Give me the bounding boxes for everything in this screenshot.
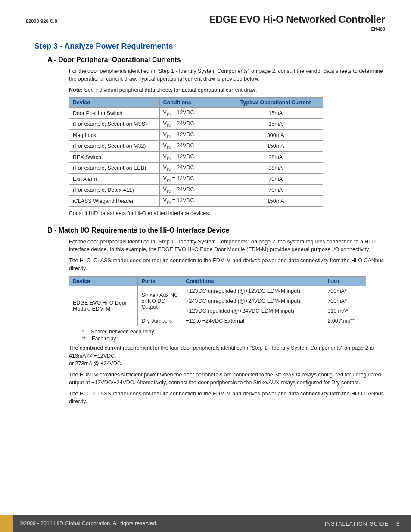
table-b: Device Ports Conditions I OUT EDGE EVO H… bbox=[69, 276, 366, 326]
table-a-condition: VIN = 12VDC bbox=[159, 130, 228, 141]
footer-bar: ©2009 - 2011 HID Global Corporation. All… bbox=[13, 515, 411, 532]
table-a-current: 150mA bbox=[228, 196, 323, 207]
header-row: 82000-920 C.0 EDGE EVO Hi-O Networked Co… bbox=[26, 14, 385, 25]
document-subtitle: EH400 bbox=[26, 26, 385, 31]
table-a-row: Mag LockVIN = 12VDC300mA bbox=[69, 130, 323, 141]
table-b-iout: 700mA* bbox=[324, 296, 366, 306]
table-b-h4: I OUT bbox=[324, 276, 366, 286]
section-a-paragraph-1: For the door peripherals identified in "… bbox=[69, 67, 385, 83]
table-a-current: 15mA bbox=[228, 118, 323, 130]
footer-right: INSTALLATION GUIDE 3 bbox=[325, 520, 400, 527]
table-a-device: Mag Lock bbox=[69, 130, 160, 141]
note-label: Note: bbox=[69, 87, 83, 93]
table-b-header-row: Device Ports Conditions I OUT bbox=[69, 276, 366, 286]
table-a-condition: VIN = 12VDC bbox=[159, 196, 228, 207]
table-b-cond: +12VDC regulated (@+24VDC EDM-M input) bbox=[182, 306, 324, 316]
table-b-iout: 700mA* bbox=[324, 286, 366, 296]
table-b-h1: Device bbox=[69, 276, 138, 286]
section-b-heading: B - Match I/O Requirements to the Hi-O I… bbox=[47, 227, 385, 234]
table-b-device: EDGE EVO Hi-O Door Module EDM-M bbox=[69, 286, 138, 326]
table-a-device: (For example, Detex 411) bbox=[69, 184, 160, 196]
section-a-after: Consult HID datasheets for Hi-O enabled … bbox=[69, 209, 385, 217]
step-heading: Step 3 - Analyze Power Requirements bbox=[34, 42, 385, 51]
table-a-row: iCLASS Wiegand ReaderVIN = 12VDC150mA bbox=[69, 196, 323, 207]
table-b-row: EDGE EVO Hi-O Door Module EDM-M Strike /… bbox=[69, 286, 366, 296]
table-b-port-2: Dry Jumpers bbox=[138, 316, 182, 326]
footer-accent-bar bbox=[0, 515, 13, 532]
table-a-h2: Conditions bbox=[159, 98, 228, 108]
table-a-condition: VIN = 12VDC bbox=[159, 152, 228, 163]
table-a-row: Exit AlarmVIN = 12VDC70mA bbox=[69, 174, 323, 185]
table-a-condition: VIN = 24VDC bbox=[159, 140, 228, 152]
table-a-h1: Device bbox=[69, 98, 160, 108]
page: 82000-920 C.0 EDGE EVO Hi-O Networked Co… bbox=[0, 0, 411, 532]
section-b-paragraph-4: The EDM-M provides sufficient power when… bbox=[69, 371, 385, 386]
table-a-current: 70mA bbox=[228, 174, 323, 185]
table-a-row: (For example, Securitron MSS)VIN = 24VDC… bbox=[69, 118, 323, 130]
table-a-current: 28mA bbox=[228, 152, 323, 163]
section-b-paragraph-5: The Hi-O iCLASS reader does not require … bbox=[69, 390, 385, 405]
table-a-condition: VIN = 24VDC bbox=[159, 118, 228, 130]
table-a-condition: VIN = 12VDC bbox=[159, 174, 228, 185]
table-a-row: (For example, Securitron M32)VIN = 24VDC… bbox=[69, 140, 323, 152]
table-a-current: 15mA bbox=[228, 108, 323, 119]
document-code: 82000-920 C.0 bbox=[26, 19, 57, 24]
section-b-paragraph-1: For the door peripherals identified in "… bbox=[69, 238, 385, 253]
table-a: Device Conditions Typical Operational Cu… bbox=[69, 97, 323, 207]
footer-guide-label: INSTALLATION GUIDE bbox=[325, 521, 389, 527]
section-a-heading: A - Door Peripheral Operational Currents bbox=[47, 56, 385, 64]
note-text: See individual peripheral data sheets fo… bbox=[83, 87, 257, 93]
section-b-paragraph-2: The Hi-O iCLASS reader does not require … bbox=[69, 257, 385, 272]
table-b-cond: +12 to +24VDC External bbox=[182, 316, 324, 326]
table-a-current: 150mA bbox=[228, 140, 323, 152]
table-a-row: Door Position SwitchVIN = 12VDC15mA bbox=[69, 108, 323, 119]
table-a-device: (For example, Securitron M32) bbox=[69, 140, 160, 152]
table-a-condition: VIN = 24VDC bbox=[159, 184, 228, 196]
table-b-cond: +12VDC unregulated (@+12VDC EDM-M input) bbox=[182, 286, 324, 296]
table-b-h4-sub: OUT bbox=[330, 279, 339, 284]
table-a-device: (For example, Securitron EEB) bbox=[69, 162, 160, 174]
table-a-device: iCLASS Wiegand Reader bbox=[69, 196, 160, 207]
table-b-port-1: Strike / Aux NC or NO DC Output bbox=[138, 286, 182, 316]
table-b-iout: 2.00 Amp** bbox=[324, 316, 366, 326]
table-a-device: Exit Alarm bbox=[69, 174, 160, 185]
table-b-iout: 310 mA* bbox=[324, 306, 366, 316]
table-a-condition: VIN = 12VDC bbox=[159, 108, 228, 119]
section-a-note: Note: See individual peripheral data she… bbox=[69, 86, 385, 94]
table-a-condition: VIN = 24VDC bbox=[159, 162, 228, 174]
table-a-row: REX SwitchVIN = 12VDC28mA bbox=[69, 152, 323, 163]
table-a-current: 70mA bbox=[228, 184, 323, 196]
footnote-1: * Shared between each relay bbox=[82, 329, 385, 335]
table-a-current: 38mA bbox=[228, 162, 323, 174]
table-a-current: 300mA bbox=[228, 130, 323, 141]
table-b-h3: Conditions bbox=[182, 276, 324, 286]
table-a-device: Door Position Switch bbox=[69, 108, 160, 119]
document-title: EDGE EVO Hi-O Networked Controller bbox=[209, 14, 385, 25]
table-a-header-row: Device Conditions Typical Operational Cu… bbox=[69, 98, 323, 108]
table-b-cond: +24VDC unregulated (@+24VDC EDM-M input) bbox=[182, 296, 324, 306]
table-a-h3: Typical Operational Current bbox=[228, 98, 323, 108]
footer-copyright: ©2009 - 2011 HID Global Corporation. All… bbox=[20, 520, 157, 526]
section-b-paragraph-3: The combined current requirement for the… bbox=[69, 344, 385, 367]
table-b-h2: Ports bbox=[138, 276, 182, 286]
footer-page-number: 3 bbox=[396, 520, 400, 527]
table-a-row: (For example, Detex 411)VIN = 24VDC70mA bbox=[69, 184, 323, 196]
table-a-row: (For example, Securitron EEB)VIN = 24VDC… bbox=[69, 162, 323, 174]
table-a-device: REX Switch bbox=[69, 152, 160, 163]
footnote-2: ** Each relay bbox=[82, 336, 385, 342]
table-a-device: (For example, Securitron MSS) bbox=[69, 118, 160, 130]
